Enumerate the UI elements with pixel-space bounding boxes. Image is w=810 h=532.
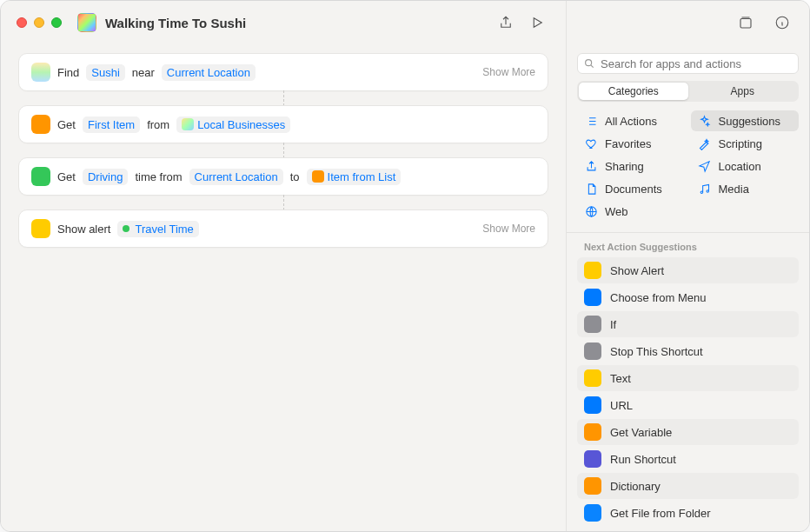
suggestion-get-file-from-folder[interactable]: Get File from Folder [577, 500, 799, 526]
action-card[interactable]: GetFirst ItemfromLocal Businesses [18, 105, 548, 143]
segment-apps[interactable]: Apps [688, 83, 798, 100]
category-all-actions[interactable]: All Actions [577, 110, 686, 131]
action-parameter[interactable]: First Item [83, 116, 140, 133]
doc-icon [584, 182, 598, 196]
category-web[interactable]: Web [577, 201, 686, 222]
suggestion-icon [584, 396, 601, 414]
suggestion-url[interactable]: URL [577, 392, 799, 418]
svg-point-2 [586, 60, 592, 66]
shortcut-icon [77, 13, 96, 32]
suggestion-run-shortcut[interactable]: Run Shortcut [577, 446, 799, 472]
action-card[interactable]: GetDrivingtime fromCurrent LocationtoIte… [18, 157, 548, 196]
action-text: Get [57, 170, 76, 183]
share-icon [584, 159, 598, 173]
segmented-categories-apps[interactable]: Categories Apps [577, 81, 799, 102]
svg-point-4 [707, 190, 709, 192]
toggle-library-button[interactable] [733, 11, 759, 34]
action-parameter[interactable]: Current Location [189, 169, 283, 185]
suggestion-label: Show Alert [610, 264, 664, 277]
suggestion-label: Get Variable [610, 426, 672, 439]
share-button[interactable] [493, 11, 519, 34]
action-canvas[interactable]: FindSushinearCurrent LocationShow MoreGe… [1, 44, 566, 531]
action-parameter[interactable]: Item from List [307, 169, 402, 185]
action-text: to [290, 170, 300, 183]
suggestion-icon [584, 504, 601, 522]
wand-icon [698, 136, 712, 150]
suggestion-text[interactable]: Text [577, 365, 799, 391]
action-card[interactable]: Show alertTravel TimeShow More [18, 209, 548, 248]
run-button[interactable] [524, 11, 550, 34]
category-label: Documents [605, 183, 662, 196]
segment-categories[interactable]: Categories [579, 83, 688, 100]
list-token-icon [312, 170, 324, 183]
window-controls [17, 17, 62, 28]
action-text: time from [135, 170, 182, 183]
action-card[interactable]: FindSushinearCurrent LocationShow More [18, 53, 548, 91]
info-button[interactable] [769, 11, 795, 34]
library-sidebar: Categories Apps All ActionsSuggestionsFa… [566, 1, 809, 531]
suggestion-choose-from-menu[interactable]: Choose from Menu [577, 284, 799, 310]
suggestion-stop-this-shortcut[interactable]: Stop This Shortcut [577, 338, 799, 364]
suggestion-icon [584, 369, 601, 387]
suggestion-dictionary[interactable]: Dictionary [577, 473, 799, 499]
suggestion-icon [584, 289, 601, 306]
suggestion-icon [584, 477, 601, 495]
variable-token-icon [123, 225, 129, 232]
search-icon [583, 57, 595, 70]
search-input[interactable] [577, 53, 799, 74]
category-suggestions[interactable]: Suggestions [691, 110, 800, 131]
action-text: Get [57, 118, 76, 131]
action-parameter[interactable]: Travel Time [117, 221, 198, 237]
category-label: Suggestions [719, 115, 781, 128]
action-connector [283, 143, 284, 158]
category-documents[interactable]: Documents [577, 178, 686, 199]
heart-icon [584, 136, 598, 150]
zoom-window-button[interactable] [51, 17, 62, 28]
action-text: near [132, 66, 155, 79]
nav-icon [698, 159, 712, 173]
close-window-button[interactable] [17, 17, 27, 28]
show-more-button[interactable]: Show More [482, 223, 535, 235]
show-more-button[interactable]: Show More [482, 66, 535, 78]
window-title: Walking Time To Sushi [105, 16, 246, 30]
category-location[interactable]: Location [691, 156, 800, 176]
sparkle-icon [698, 114, 712, 128]
globe-icon [584, 204, 598, 218]
editor-main-pane: Walking Time To Sushi FindSushinearCurre… [1, 1, 566, 531]
category-label: Scripting [719, 137, 763, 150]
suggestion-icon [584, 316, 601, 333]
suggestion-icon [584, 423, 601, 441]
svg-rect-0 [740, 19, 751, 29]
minimize-window-button[interactable] [34, 17, 44, 28]
category-label: Sharing [605, 160, 644, 173]
suggestion-icon [584, 450, 601, 468]
category-scripting[interactable]: Scripting [691, 133, 800, 154]
suggestion-if[interactable]: If [577, 311, 799, 337]
time-icon [31, 167, 50, 186]
action-parameter[interactable]: Local Businesses [176, 116, 290, 133]
action-parameter[interactable]: Sushi [86, 64, 125, 81]
category-label: Media [719, 183, 749, 196]
action-parameter[interactable]: Current Location [162, 64, 256, 81]
map-token-icon [182, 118, 194, 130]
suggestion-label: Run Shortcut [610, 453, 676, 466]
suggestion-show-alert[interactable]: Show Alert [577, 257, 799, 283]
suggestion-label: Choose from Menu [610, 291, 707, 304]
category-favorites[interactable]: Favorites [577, 133, 686, 154]
action-text: Show alert [57, 223, 110, 236]
action-text: Find [57, 66, 79, 79]
music-icon [698, 182, 712, 196]
titlebar: Walking Time To Sushi [1, 1, 566, 44]
suggestion-list: Show AlertChoose from MenuIfStop This Sh… [567, 257, 809, 527]
category-sharing[interactable]: Sharing [577, 156, 686, 176]
action-text: from [147, 118, 169, 131]
search-container [567, 44, 809, 81]
action-parameter[interactable]: Driving [83, 169, 128, 185]
suggestion-icon [584, 262, 601, 279]
action-connector [283, 90, 284, 106]
category-media[interactable]: Media [691, 178, 800, 199]
action-connector [283, 195, 284, 210]
suggestion-get-variable[interactable]: Get Variable [577, 419, 799, 445]
suggestion-label: Get File from Folder [610, 507, 711, 520]
suggestion-icon [584, 342, 601, 360]
